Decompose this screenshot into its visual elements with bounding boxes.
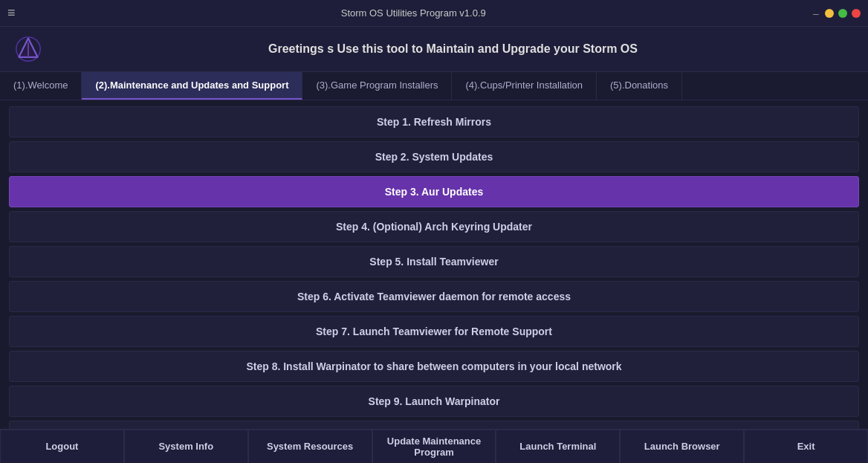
step-10-button[interactable]: Step 10. Incase warpinator leaves a term… (9, 421, 859, 429)
titlebar: ≡ Storm OS Utilities Program v1.0.9 – (0, 0, 868, 27)
tab-welcome[interactable]: (1).Welcome (0, 72, 82, 100)
step-7-button[interactable]: Step 7. Launch Teamviewer for Remote Sup… (9, 316, 859, 347)
tab-game[interactable]: (3).Game Program Installers (302, 72, 452, 100)
maximize-window-button[interactable] (838, 9, 847, 18)
step-8-button[interactable]: Step 8. Install Warpinator to share betw… (9, 351, 859, 382)
menu-icon[interactable]: ≡ (7, 5, 16, 21)
step-2-button[interactable]: Step 2. System Updates (9, 141, 859, 172)
window-controls: – (812, 9, 861, 18)
close-window-button[interactable] (852, 9, 861, 18)
system-info-button[interactable]: System Info (124, 430, 248, 464)
launch-terminal-button[interactable]: Launch Terminal (496, 430, 620, 464)
step-1-button[interactable]: Step 1. Refresh Mirrors (9, 106, 859, 137)
logout-button[interactable]: Logout (0, 430, 124, 464)
tab-maintenance[interactable]: (2).Maintenance and Updates and Support (82, 72, 302, 100)
main-content: Step 1. Refresh Mirrors Step 2. System U… (0, 100, 868, 429)
minimize-window-button[interactable] (825, 9, 834, 18)
titlebar-title: Storm OS Utilities Program v1.0.9 (341, 7, 486, 19)
header-greeting: Greetings s Use this tool to Maintain an… (53, 42, 853, 56)
tab-donations[interactable]: (5).Donations (597, 72, 682, 100)
exit-button[interactable]: Exit (744, 430, 868, 464)
launch-browser-button[interactable]: Launch Browser (620, 430, 744, 464)
header: Greetings s Use this tool to Maintain an… (0, 27, 868, 72)
update-program-button[interactable]: Update Maintenance Program (372, 430, 496, 464)
step-4-button[interactable]: Step 4. (Optional) Arch Keyring Updater (9, 211, 859, 242)
step-5-button[interactable]: Step 5. Install Teamviewer (9, 246, 859, 277)
step-9-button[interactable]: Step 9. Launch Warpinator (9, 386, 859, 417)
tab-bar: (1).Welcome (2).Maintenance and Updates … (0, 72, 868, 100)
footer-toolbar: Logout System Info System Resources Upda… (0, 429, 868, 463)
logo-icon (15, 36, 42, 62)
step-6-button[interactable]: Step 6. Activate Teamviewer daemon for r… (9, 281, 859, 312)
tab-cups[interactable]: (4).Cups/Printer Installation (452, 72, 597, 100)
system-resources-button[interactable]: System Resources (248, 430, 372, 464)
step-3-button[interactable]: Step 3. Aur Updates (9, 176, 859, 207)
minimize-button[interactable]: – (812, 9, 820, 18)
